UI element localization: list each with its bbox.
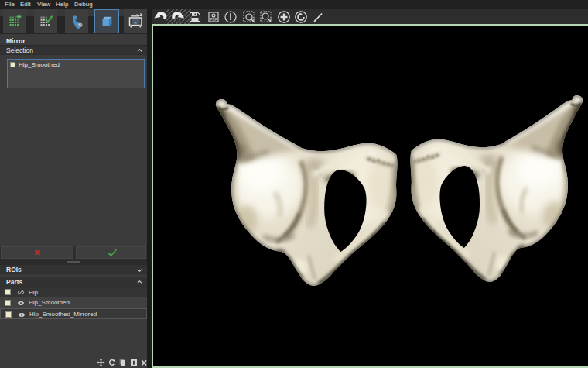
svg-text:PDF: PDF: [210, 18, 217, 22]
